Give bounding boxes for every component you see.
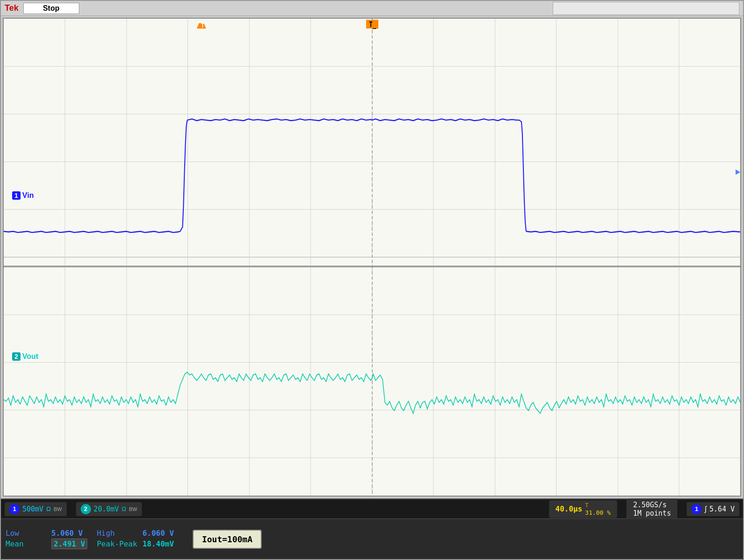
high-label: High	[97, 529, 139, 538]
trigger-T-icon: T	[585, 502, 611, 509]
ch1-signal-name: Vin	[22, 191, 34, 200]
peakpeak-measurement: Peak-Peak 18.40mV	[97, 539, 174, 549]
ch1-badge: 1	[12, 191, 21, 200]
ch1-coupling: Ω	[46, 505, 51, 512]
oscilloscope: Tek Stop	[0, 0, 744, 560]
tek-logo: Tek	[5, 3, 19, 13]
ch2-signal-name: Vout	[22, 352, 38, 361]
run-status[interactable]: Stop	[23, 3, 79, 14]
screen-container: T T̲ 1 Vin 2 Vout	[1, 16, 743, 498]
title-right-area	[553, 2, 739, 15]
ch2-setting-badge: 2	[81, 504, 91, 514]
ch2-label: 2 Vout	[12, 352, 38, 361]
measurements-row: Low 5.060 V High 6.060 V Mean 2.491 V Pe…	[1, 519, 743, 559]
sample-rate: 2.50GS/s	[633, 501, 671, 509]
ch2-bw: BW	[129, 506, 138, 512]
iout-display: Iout=100mA	[193, 530, 262, 549]
status-bar: 1 500mV Ω BW 2 20.0mV Ω BW 40.0μs T 31.0…	[1, 498, 743, 559]
oscilloscope-screen[interactable]: T T̲ 1 Vin 2 Vout	[3, 18, 741, 497]
sample-points: 1M points	[633, 509, 671, 518]
trigger-level: 5.64 V	[709, 505, 735, 513]
timebase-setting[interactable]: 40.0μs T 31.00 %	[549, 500, 618, 518]
sample-setting: 2.50GS/s 1M points	[626, 499, 677, 519]
trigger-slope-icon: ∫	[704, 505, 706, 513]
peakpeak-value: 18.40mV	[142, 539, 174, 548]
iout-value: Iout=100mA	[202, 534, 252, 544]
settings-row: 1 500mV Ω BW 2 20.0mV Ω BW 40.0μs T 31.0…	[1, 499, 743, 519]
ch1-label: 1 Vin	[12, 191, 34, 200]
mean-value: 2.491 V	[51, 539, 87, 549]
high-value: 6.060 V	[142, 529, 174, 538]
ch1-setting[interactable]: 1 500mV Ω BW	[5, 502, 67, 516]
svg-text:T: T	[201, 21, 204, 29]
low-measurement: Low 5.060 V	[6, 529, 87, 538]
ch2-scale: 20.0mV	[94, 505, 119, 513]
mean-measurement: Mean 2.491 V	[6, 539, 87, 549]
ch2-badge: 2	[12, 352, 21, 361]
high-measurement: High 6.060 V	[97, 529, 174, 538]
ch2-coupling: Ω	[122, 505, 126, 512]
trigger-percent: 31.00 %	[585, 509, 611, 516]
mean-label: Mean	[6, 539, 48, 548]
low-label: Low	[6, 529, 48, 538]
title-bar: Tek Stop	[1, 1, 743, 16]
measurements-grid: Low 5.060 V High 6.060 V Mean 2.491 V Pe…	[6, 529, 174, 549]
low-value: 5.060 V	[51, 529, 83, 538]
trigger-setting[interactable]: 1 ∫ 5.64 V	[687, 502, 739, 516]
ch1-bw: BW	[54, 506, 62, 512]
ch2-setting[interactable]: 2 20.0mV Ω BW	[76, 502, 142, 516]
timebase-value: 40.0μs	[556, 504, 583, 513]
svg-text:T̲: T̲	[369, 21, 376, 29]
ch1-scale: 500mV	[22, 505, 43, 513]
ch1-setting-badge: 1	[9, 504, 20, 514]
waveform-display: T T̲	[4, 19, 740, 496]
peakpeak-label: Peak-Peak	[97, 539, 139, 548]
trigger-channel-badge: 1	[691, 504, 702, 514]
